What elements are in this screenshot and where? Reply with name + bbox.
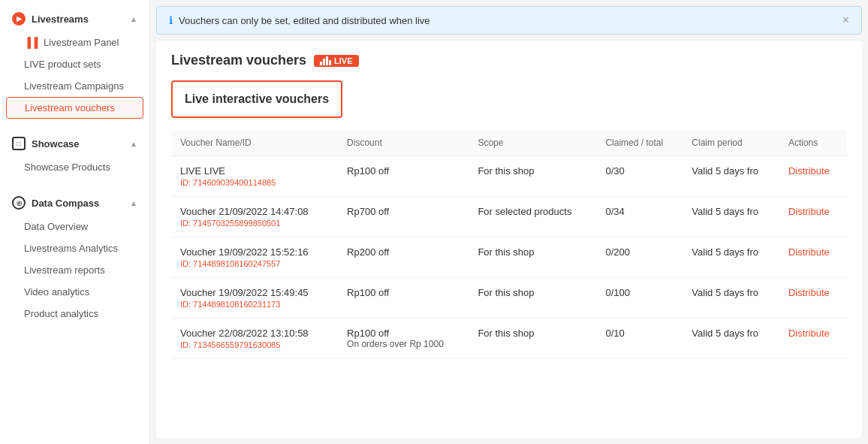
distribute-button-4[interactable]: Distribute: [788, 328, 830, 339]
chevron-up-icon-3: ▲: [130, 199, 137, 207]
voucher-name-0: LIVE LIVE: [180, 165, 329, 177]
cell-scope-0: For this shop: [469, 156, 596, 197]
cell-period-0: Valid 5 days fro: [683, 156, 779, 197]
cell-scope-3: For this shop: [469, 278, 596, 319]
voucher-id-4: ID: 7134566559791630085: [180, 340, 329, 349]
cell-actions-3: Distribute: [779, 278, 847, 319]
sidebar-item-data-overview[interactable]: Data Overview: [0, 216, 149, 237]
cell-claimed-3: 0/100: [596, 278, 683, 319]
table-row: Voucher 19/09/2022 15:52:16 ID: 71448981…: [171, 237, 847, 278]
cell-discount-4: Rp100 off On orders over Rp 1000: [338, 319, 469, 359]
voucher-name-1: Voucher 21/09/2022 14:47:08: [180, 206, 329, 217]
cell-claimed-1: 0/34: [596, 197, 683, 237]
table-row: Voucher 21/09/2022 14:47:08 ID: 71457032…: [171, 197, 847, 237]
live-label: LIVE: [334, 56, 352, 65]
sidebar-item-livestream-panel[interactable]: ▐▐ Livestream Panel: [0, 32, 149, 53]
voucher-id-3: ID: 7144898108160231173: [180, 300, 329, 309]
showcase-icon: □: [12, 137, 26, 150]
cell-actions-0: Distribute: [779, 156, 847, 197]
table-row: LIVE LIVE ID: 714609039400114885 Rp100 o…: [171, 156, 847, 197]
bars-icon: ▐▐: [24, 37, 38, 48]
cell-discount-1: Rp700 off: [338, 197, 469, 237]
chevron-up-icon: ▲: [130, 15, 137, 23]
voucher-table: Voucher Name/ID Discount Scope Claimed /…: [171, 130, 847, 359]
cell-discount-2: Rp200 off: [338, 237, 469, 278]
live-badge: LIVE: [314, 55, 358, 67]
sidebar-item-livestream-reports[interactable]: Livestream reports: [0, 259, 149, 281]
sidebar-item-showcase-products[interactable]: Showcase Products: [0, 156, 149, 178]
page-header: Livestream vouchers LIVE: [171, 53, 847, 68]
cell-claimed-0: 0/30: [596, 156, 683, 197]
page-title: Livestream vouchers: [171, 53, 306, 68]
sidebar-item-video-analytics[interactable]: Video analytics: [0, 281, 149, 303]
sidebar-section-label: Livestreams: [32, 14, 89, 25]
cell-period-3: Valid 5 days fro: [683, 278, 779, 319]
table-header: Voucher Name/ID Discount Scope Claimed /…: [171, 130, 847, 156]
section-box-title: Live interactive vouchers: [185, 92, 329, 105]
cell-name-2: Voucher 19/09/2022 15:52:16 ID: 71448981…: [171, 237, 338, 278]
cell-claimed-2: 0/200: [596, 237, 683, 278]
cell-actions-2: Distribute: [779, 237, 847, 278]
cell-name-3: Voucher 19/09/2022 15:49:45 ID: 71448981…: [171, 278, 338, 319]
cell-discount-0: Rp100 off: [338, 156, 469, 197]
distribute-button-0[interactable]: Distribute: [788, 165, 830, 177]
sidebar-item-live-product-sets[interactable]: LIVE product sets: [0, 53, 149, 75]
col-header-scope: Scope: [469, 130, 596, 156]
live-bars-icon: [320, 56, 331, 65]
livestreams-icon: ▶: [12, 12, 26, 26]
chevron-up-icon-2: ▲: [130, 140, 137, 148]
distribute-button-2[interactable]: Distribute: [788, 246, 830, 258]
cell-name-0: LIVE LIVE ID: 714609039400114885: [171, 156, 338, 197]
sidebar-item-livestreams-analytics[interactable]: Livestreams Analytics: [0, 237, 149, 259]
voucher-id-1: ID: 7145703255899850501: [180, 219, 329, 228]
main-content: ℹ Vouchers can only be set, edited and d…: [150, 0, 868, 444]
info-icon: ℹ: [169, 14, 173, 26]
cell-scope-1: For selected products: [469, 197, 596, 237]
sidebar-section-livestreams: ▶ Livestreams ▲ ▐▐ Livestream Panel LIVE…: [0, 0, 149, 125]
col-header-name: Voucher Name/ID: [171, 130, 338, 156]
banner-close-button[interactable]: ×: [842, 14, 849, 26]
sidebar-header-livestreams[interactable]: ▶ Livestreams ▲: [0, 6, 149, 32]
sidebar-section-label-compass: Data Compass: [32, 198, 99, 209]
sidebar-header-showcase[interactable]: □ Showcase ▲: [0, 131, 149, 156]
table-body: LIVE LIVE ID: 714609039400114885 Rp100 o…: [171, 156, 847, 359]
voucher-name-2: Voucher 19/09/2022 15:52:16: [180, 246, 329, 258]
cell-name-4: Voucher 22/08/2022 13:10:58 ID: 71345665…: [171, 319, 338, 359]
sidebar-item-livestream-campaigns[interactable]: Livestream Campaigns: [0, 75, 149, 97]
sidebar: ▶ Livestreams ▲ ▐▐ Livestream Panel LIVE…: [0, 0, 150, 444]
banner-message: Vouchers can only be set, edited and dis…: [179, 15, 430, 26]
distribute-button-3[interactable]: Distribute: [788, 287, 830, 298]
voucher-name-3: Voucher 19/09/2022 15:49:45: [180, 287, 329, 298]
content-area: Livestream vouchers LIVE Live interactiv…: [156, 41, 862, 438]
sidebar-section-showcase: □ Showcase ▲ Showcase Products: [0, 125, 149, 184]
section-box: Live interactive vouchers: [171, 80, 342, 118]
distribute-button-1[interactable]: Distribute: [788, 206, 830, 217]
cell-actions-4: Distribute: [779, 319, 847, 359]
cell-period-1: Valid 5 days fro: [683, 197, 779, 237]
info-banner: ℹ Vouchers can only be set, edited and d…: [156, 6, 862, 35]
col-header-claimed: Claimed / total: [596, 130, 683, 156]
cell-period-4: Valid 5 days fro: [683, 319, 779, 359]
col-header-discount: Discount: [338, 130, 469, 156]
cell-name-1: Voucher 21/09/2022 14:47:08 ID: 71457032…: [171, 197, 338, 237]
cell-discount-3: Rp100 off: [338, 278, 469, 319]
table-row: Voucher 19/09/2022 15:49:45 ID: 71448981…: [171, 278, 847, 319]
sidebar-section-label-showcase: Showcase: [32, 138, 80, 150]
voucher-name-4: Voucher 22/08/2022 13:10:58: [180, 328, 329, 339]
cell-period-2: Valid 5 days fro: [683, 237, 779, 278]
sidebar-item-product-analytics[interactable]: Product analytics: [0, 303, 149, 325]
sidebar-header-data-compass[interactable]: ◎ Data Compass ▲: [0, 190, 149, 216]
voucher-id-2: ID: 7144898108160247557: [180, 259, 329, 268]
compass-icon: ◎: [12, 196, 26, 210]
sidebar-item-livestream-vouchers[interactable]: Livestream vouchers: [6, 97, 143, 119]
voucher-id-0: ID: 714609039400114885: [180, 178, 329, 187]
col-header-actions: Actions: [779, 130, 847, 156]
col-header-period: Claim period: [683, 130, 779, 156]
cell-claimed-4: 0/10: [596, 319, 683, 359]
table-row: Voucher 22/08/2022 13:10:58 ID: 71345665…: [171, 319, 847, 359]
cell-scope-4: For this shop: [469, 319, 596, 359]
cell-scope-2: For this shop: [469, 237, 596, 278]
sidebar-section-data-compass: ◎ Data Compass ▲ Data Overview Livestrea…: [0, 184, 149, 331]
cell-actions-1: Distribute: [779, 197, 847, 237]
